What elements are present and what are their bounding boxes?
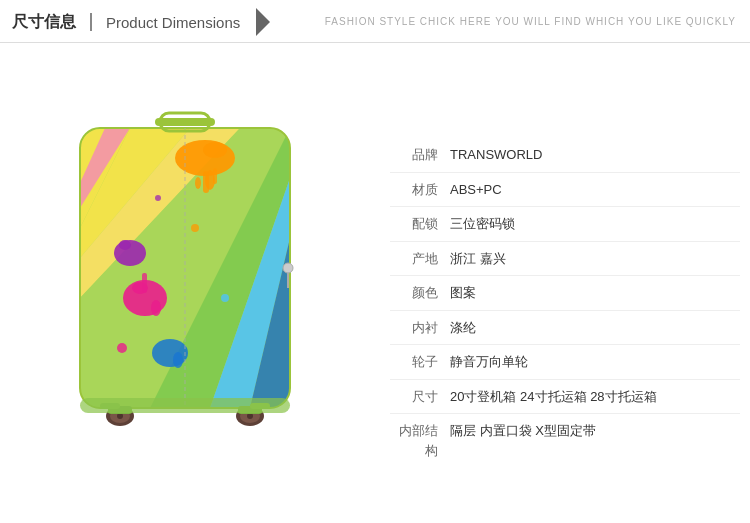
svg-rect-22 bbox=[203, 171, 209, 193]
spec-label: 尺寸 bbox=[390, 387, 450, 407]
svg-rect-23 bbox=[213, 168, 217, 184]
spec-value: 20寸登机箱 24寸托运箱 28寸托运箱 bbox=[450, 387, 657, 407]
spec-value: 涤纶 bbox=[450, 318, 476, 338]
svg-point-21 bbox=[173, 352, 183, 368]
spec-row: 配锁三位密码锁 bbox=[390, 207, 740, 242]
header-divider bbox=[90, 13, 92, 31]
header-english-label: Product Dimensions bbox=[106, 14, 240, 31]
svg-point-14 bbox=[195, 177, 201, 189]
spec-row: 尺寸20寸登机箱 24寸托运箱 28寸托运箱 bbox=[390, 380, 740, 415]
spec-label: 内衬 bbox=[390, 318, 450, 338]
luggage-image-area bbox=[20, 63, 380, 512]
spec-value: 三位密码锁 bbox=[450, 214, 515, 234]
svg-point-26 bbox=[191, 224, 199, 232]
main-content: 品牌TRANSWORLD材质ABS+PC配锁三位密码锁产地浙江 嘉兴颜色图案内衬… bbox=[0, 43, 750, 522]
luggage-svg bbox=[50, 98, 350, 478]
svg-point-28 bbox=[221, 294, 229, 302]
spec-value: 浙江 嘉兴 bbox=[450, 249, 506, 269]
spec-label: 颜色 bbox=[390, 283, 450, 303]
svg-point-33 bbox=[283, 263, 293, 273]
spec-value: 隔层 内置口袋 X型固定带 bbox=[450, 421, 596, 441]
header-slogan: FASHION STYLE CHICK HERE YOU WILL FIND W… bbox=[325, 16, 736, 27]
svg-point-19 bbox=[119, 240, 131, 250]
svg-point-17 bbox=[151, 300, 161, 316]
spec-label: 配锁 bbox=[390, 214, 450, 234]
spec-row: 产地浙江 嘉兴 bbox=[390, 242, 740, 277]
spec-label: 品牌 bbox=[390, 145, 450, 165]
spec-label: 材质 bbox=[390, 180, 450, 200]
svg-point-11 bbox=[175, 140, 235, 176]
svg-point-27 bbox=[155, 195, 161, 201]
spec-row: 品牌TRANSWORLD bbox=[390, 138, 740, 173]
spec-value: ABS+PC bbox=[450, 180, 502, 200]
header-left: 尺寸信息 Product Dimensions bbox=[12, 8, 270, 36]
spec-row: 颜色图案 bbox=[390, 276, 740, 311]
spec-row: 内部结构隔层 内置口袋 X型固定带 bbox=[390, 414, 740, 467]
header-chinese-label: 尺寸信息 bbox=[12, 12, 76, 33]
spec-row: 材质ABS+PC bbox=[390, 173, 740, 208]
spec-value: 图案 bbox=[450, 283, 476, 303]
specs-table: 品牌TRANSWORLD材质ABS+PC配锁三位密码锁产地浙江 嘉兴颜色图案内衬… bbox=[390, 138, 740, 467]
header-triangle-icon bbox=[256, 8, 270, 36]
svg-rect-24 bbox=[142, 273, 147, 293]
spec-row: 内衬涤纶 bbox=[390, 311, 740, 346]
spec-value: TRANSWORLD bbox=[450, 145, 542, 165]
svg-point-25 bbox=[117, 343, 127, 353]
svg-rect-45 bbox=[80, 398, 290, 413]
svg-point-12 bbox=[203, 142, 227, 158]
svg-rect-32 bbox=[155, 118, 215, 126]
page-header: 尺寸信息 Product Dimensions FASHION STYLE CH… bbox=[0, 0, 750, 43]
spec-value: 静音万向单轮 bbox=[450, 352, 528, 372]
spec-label: 轮子 bbox=[390, 352, 450, 372]
spec-row: 轮子静音万向单轮 bbox=[390, 345, 740, 380]
spec-label: 内部结构 bbox=[390, 421, 450, 460]
specs-area: 品牌TRANSWORLD材质ABS+PC配锁三位密码锁产地浙江 嘉兴颜色图案内衬… bbox=[380, 63, 740, 512]
spec-label: 产地 bbox=[390, 249, 450, 269]
